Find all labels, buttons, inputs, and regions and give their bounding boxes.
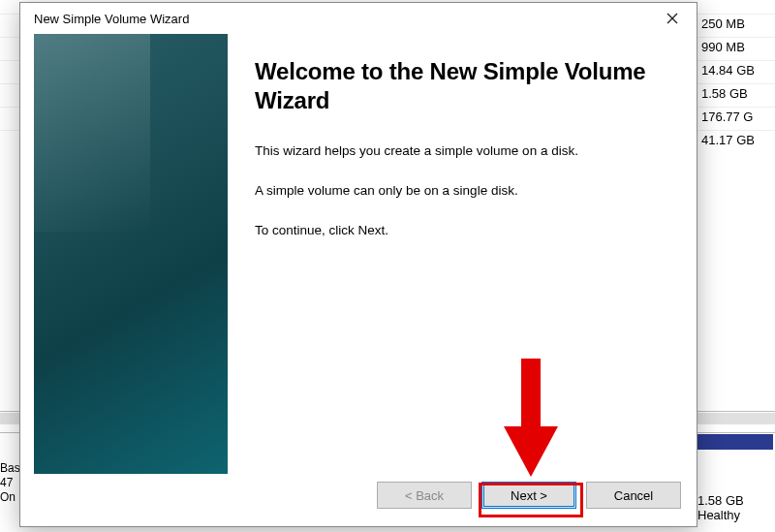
wizard-side-image [34, 34, 228, 474]
wizard-text-3: To continue, click Next. [255, 222, 669, 240]
wizard-text-1: This wizard helps you create a simple vo… [255, 142, 669, 161]
button-row: < Back Next > Cancel [20, 474, 697, 526]
wizard-heading: Welcome to the New Simple Volume Wizard [255, 57, 669, 115]
bg-volume-stripe [696, 434, 773, 450]
next-button[interactable]: Next > [481, 482, 576, 509]
cancel-button[interactable]: Cancel [586, 482, 681, 509]
dialog-title: New Simple Volume Wizard [34, 12, 189, 26]
bg-lower-info: 1.58 GB Healthy [698, 493, 775, 522]
wizard-dialog: New Simple Volume Wizard Welcome to the … [19, 2, 698, 527]
bg-disk-label: Bas 47 On [0, 461, 20, 505]
back-button: < Back [377, 482, 472, 509]
dialog-content: Welcome to the New Simple Volume Wizard … [20, 34, 697, 474]
wizard-text-2: A simple volume can only be on a single … [255, 182, 669, 201]
titlebar: New Simple Volume Wizard [20, 3, 697, 34]
wizard-main-panel: Welcome to the New Simple Volume Wizard … [228, 34, 697, 474]
close-icon[interactable] [658, 7, 687, 30]
